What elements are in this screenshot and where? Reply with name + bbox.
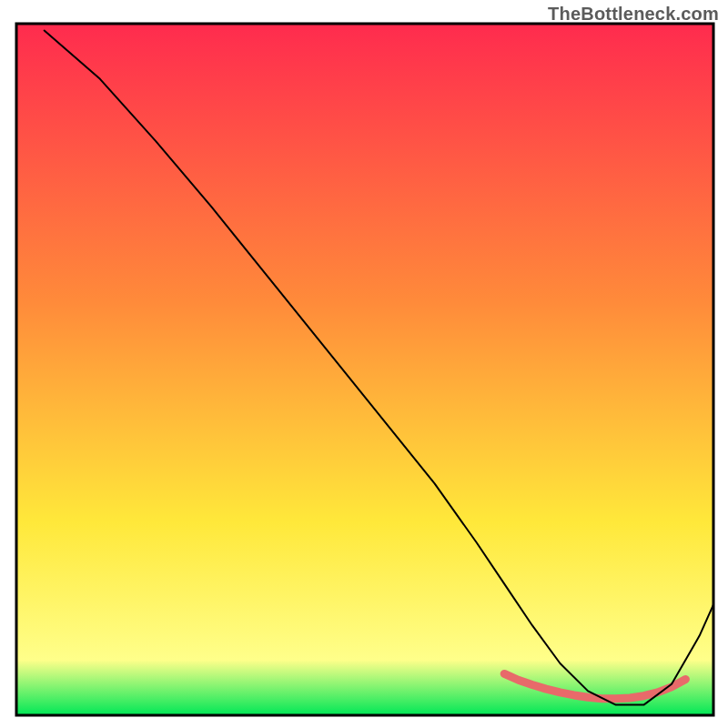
chart-container: TheBottleneck.com [0, 0, 728, 728]
bottleneck-chart [0, 0, 728, 728]
attribution-text: TheBottleneck.com [548, 4, 719, 25]
plot-background-gradient [16, 24, 713, 715]
